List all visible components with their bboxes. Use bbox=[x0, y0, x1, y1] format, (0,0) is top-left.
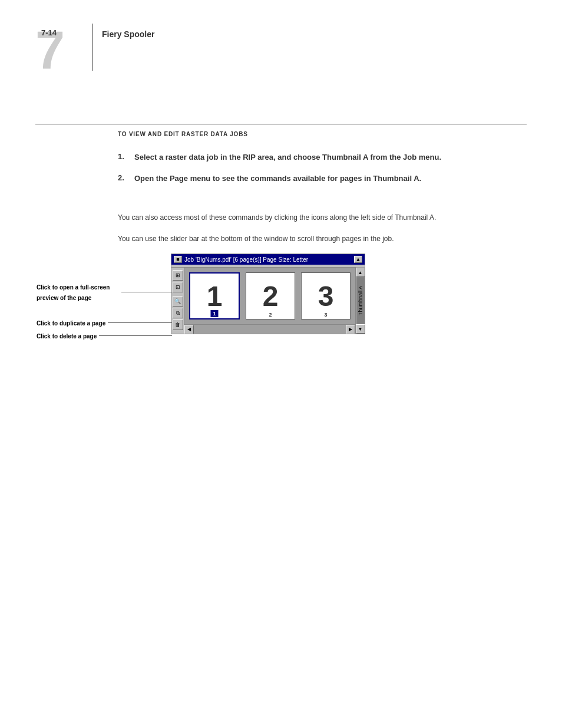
scroll-left-button[interactable]: ◀ bbox=[184, 325, 194, 334]
page-container: 7 7-14 Fiery Spooler To view and edit ra… bbox=[0, 0, 562, 728]
page-label-3: 3 bbox=[324, 312, 327, 318]
minimize-button[interactable]: ▲ bbox=[354, 256, 362, 263]
annotation-delete-line bbox=[99, 335, 172, 336]
page-num-2: 2 bbox=[263, 280, 279, 312]
chapter-number-block: 7 7-14 bbox=[35, 24, 82, 77]
steps-area: 1. Select a raster data job in the RIP a… bbox=[118, 152, 527, 195]
titlebar-text: Job 'BigNums.pdf' [6 page(s)] Page Size:… bbox=[184, 256, 353, 263]
body-para-2: You can use the slider bar at the bottom… bbox=[118, 233, 527, 244]
annotation-duplicate-text: Click to duplicate a page bbox=[37, 317, 105, 328]
pages-area: 1 1 2 2 3 3 ◀ ▶ bbox=[184, 268, 355, 334]
scroll-right-button[interactable]: ▶ bbox=[346, 325, 355, 334]
scroll-up-button[interactable]: ▲ bbox=[356, 268, 365, 277]
step-1-number: 1. bbox=[118, 152, 128, 161]
scroll-track[interactable] bbox=[194, 325, 346, 334]
screenshot-window: ■ Job 'BigNums.pdf' [6 page(s)] Page Siz… bbox=[171, 253, 365, 334]
annotation-duplicate: Click to duplicate a page bbox=[37, 317, 172, 328]
screenshot-content: ⊞ ⊡ 🔍 ⧉ 🗑 1 1 2 2 3 bbox=[171, 268, 365, 334]
step-2-text: Open the Page menu to see the commands a… bbox=[134, 173, 421, 184]
annotation-delete-text: Click to delete a page bbox=[37, 330, 97, 341]
section-heading: To view and edit raster data jobs bbox=[118, 131, 248, 137]
toolbar-btn-1[interactable]: ⊞ bbox=[173, 270, 183, 281]
annotation-delete: Click to delete a page bbox=[37, 330, 172, 341]
section-rule bbox=[35, 124, 527, 124]
annotation-preview: Click to open a full-screen preview of t… bbox=[37, 281, 172, 302]
chapter-title: Fiery Spooler bbox=[102, 24, 154, 39]
page-num-3: 3 bbox=[318, 280, 334, 312]
chapter-number-label: 7-14 bbox=[41, 28, 57, 37]
annotation-preview-text: Click to open a full-screen preview of t… bbox=[37, 281, 119, 302]
vertical-rule bbox=[92, 24, 92, 71]
close-button[interactable]: ■ bbox=[174, 256, 182, 263]
chapter-header: 7 7-14 Fiery Spooler bbox=[35, 24, 527, 77]
toolbar-btn-preview[interactable]: 🔍 bbox=[173, 296, 183, 307]
body-para-1: You can also access most of these comman… bbox=[118, 212, 527, 223]
scroll-down-button[interactable]: ▼ bbox=[356, 324, 365, 334]
annotation-duplicate-line bbox=[108, 322, 172, 323]
page-thumb-3[interactable]: 3 3 bbox=[301, 272, 351, 319]
page-thumb-2[interactable]: 2 2 bbox=[246, 272, 295, 319]
right-scrollbar: ▲ Thumbnail A ▼ bbox=[355, 268, 365, 334]
page-thumb-1[interactable]: 1 1 bbox=[189, 272, 240, 319]
left-toolbar: ⊞ ⊡ 🔍 ⧉ 🗑 bbox=[171, 268, 184, 334]
page-num-1: 1 bbox=[207, 280, 223, 312]
screenshot-titlebar: ■ Job 'BigNums.pdf' [6 page(s)] Page Siz… bbox=[171, 254, 365, 265]
toolbar-btn-duplicate[interactable]: ⧉ bbox=[173, 308, 183, 318]
step-2-number: 2. bbox=[118, 173, 128, 182]
page-label-2: 2 bbox=[269, 312, 272, 318]
pages-row: 1 1 2 2 3 3 bbox=[184, 268, 355, 324]
thumbnail-label: Thumbnail A bbox=[356, 277, 365, 324]
bottom-scrollbar: ◀ ▶ bbox=[184, 324, 355, 334]
step-1-text: Select a raster data job in the RIP area… bbox=[134, 152, 441, 163]
page-label-1: 1 bbox=[210, 310, 218, 317]
toolbar-btn-2[interactable]: ⊡ bbox=[173, 282, 183, 292]
toolbar-btn-delete[interactable]: 🗑 bbox=[173, 319, 183, 330]
annotation-preview-line bbox=[121, 292, 172, 292]
step-2: 2. Open the Page menu to see the command… bbox=[118, 173, 527, 184]
step-1: 1. Select a raster data job in the RIP a… bbox=[118, 152, 527, 163]
